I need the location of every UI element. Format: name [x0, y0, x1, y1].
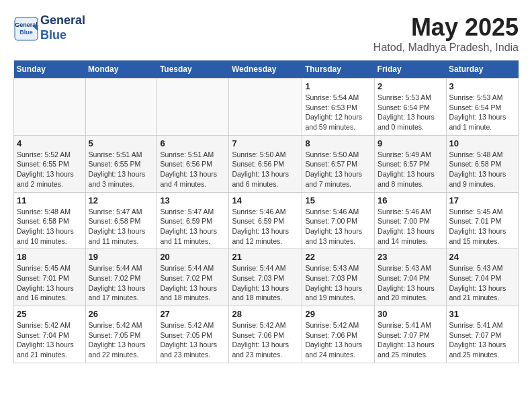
day-info: Sunrise: 5:42 AMSunset: 7:05 PMDaylight:…: [89, 320, 154, 360]
page-header: General Blue General Blue May 2025 Hatod…: [13, 13, 519, 54]
calendar-cell: 17Sunrise: 5:45 AMSunset: 7:01 PMDayligh…: [446, 192, 518, 249]
calendar-cell: 10Sunrise: 5:48 AMSunset: 6:58 PMDayligh…: [446, 135, 518, 192]
logo-icon: General Blue: [13, 16, 38, 40]
calendar-cell: 25Sunrise: 5:42 AMSunset: 7:04 PMDayligh…: [14, 306, 86, 363]
day-info: Sunrise: 5:46 AMSunset: 7:00 PMDaylight:…: [378, 207, 443, 246]
day-info: Sunrise: 5:42 AMSunset: 7:06 PMDaylight:…: [305, 320, 371, 360]
day-number: 18: [17, 252, 83, 262]
day-number: 27: [160, 309, 226, 319]
day-number: 25: [17, 309, 83, 319]
day-info: Sunrise: 5:47 AMSunset: 6:58 PMDaylight:…: [89, 207, 154, 246]
logo-wordmark: General Blue: [40, 13, 85, 42]
day-info: Sunrise: 5:48 AMSunset: 6:58 PMDaylight:…: [17, 207, 83, 246]
day-info: Sunrise: 5:49 AMSunset: 6:57 PMDaylight:…: [378, 150, 443, 189]
logo: General Blue General Blue: [13, 13, 85, 42]
day-number: 24: [449, 252, 515, 262]
day-number: 3: [449, 81, 515, 91]
day-number: 30: [378, 309, 443, 319]
day-info: Sunrise: 5:41 AMSunset: 7:07 PMDaylight:…: [449, 320, 515, 360]
day-number: 1: [305, 81, 371, 91]
day-info: Sunrise: 5:42 AMSunset: 7:06 PMDaylight:…: [232, 320, 299, 360]
day-info: Sunrise: 5:48 AMSunset: 6:58 PMDaylight:…: [449, 150, 515, 189]
day-number: 16: [378, 195, 443, 205]
day-info: Sunrise: 5:51 AMSunset: 6:55 PMDaylight:…: [89, 150, 154, 189]
day-number: 19: [89, 252, 154, 262]
weekday-header-thursday: Thursday: [302, 60, 375, 79]
day-info: Sunrise: 5:53 AMSunset: 6:54 PMDaylight:…: [449, 93, 515, 132]
day-info: Sunrise: 5:41 AMSunset: 7:07 PMDaylight:…: [378, 320, 443, 360]
weekday-header-monday: Monday: [85, 60, 157, 79]
calendar-cell: 8Sunrise: 5:50 AMSunset: 6:57 PMDaylight…: [302, 135, 375, 192]
calendar-cell: 29Sunrise: 5:42 AMSunset: 7:06 PMDayligh…: [302, 306, 375, 363]
calendar-cell: 28Sunrise: 5:42 AMSunset: 7:06 PMDayligh…: [229, 306, 302, 363]
calendar-cell: 14Sunrise: 5:46 AMSunset: 6:59 PMDayligh…: [229, 192, 302, 249]
logo-general: General: [40, 13, 85, 28]
day-info: Sunrise: 5:42 AMSunset: 7:05 PMDaylight:…: [160, 320, 226, 360]
week-row-4: 18Sunrise: 5:45 AMSunset: 7:01 PMDayligh…: [14, 249, 519, 306]
weekday-header-tuesday: Tuesday: [157, 60, 229, 79]
day-number: 17: [449, 195, 515, 205]
day-info: Sunrise: 5:46 AMSunset: 7:00 PMDaylight:…: [305, 207, 371, 246]
day-number: 29: [305, 309, 371, 319]
day-info: Sunrise: 5:45 AMSunset: 7:01 PMDaylight:…: [449, 207, 515, 246]
weekday-header-wednesday: Wednesday: [229, 60, 302, 79]
day-info: Sunrise: 5:47 AMSunset: 6:59 PMDaylight:…: [160, 207, 226, 246]
calendar-cell: 5Sunrise: 5:51 AMSunset: 6:55 PMDaylight…: [85, 135, 157, 192]
day-info: Sunrise: 5:54 AMSunset: 6:53 PMDaylight:…: [305, 93, 371, 132]
calendar-cell: 6Sunrise: 5:51 AMSunset: 6:56 PMDaylight…: [157, 135, 229, 192]
day-number: 5: [89, 138, 154, 148]
day-info: Sunrise: 5:50 AMSunset: 6:57 PMDaylight:…: [305, 150, 371, 189]
calendar-cell: 31Sunrise: 5:41 AMSunset: 7:07 PMDayligh…: [446, 306, 518, 363]
calendar-cell: 24Sunrise: 5:43 AMSunset: 7:04 PMDayligh…: [446, 249, 518, 306]
calendar-cell: 27Sunrise: 5:42 AMSunset: 7:05 PMDayligh…: [157, 306, 229, 363]
day-number: 7: [232, 138, 299, 148]
week-row-5: 25Sunrise: 5:42 AMSunset: 7:04 PMDayligh…: [14, 306, 519, 363]
day-info: Sunrise: 5:53 AMSunset: 6:54 PMDaylight:…: [378, 93, 443, 132]
calendar-cell: 16Sunrise: 5:46 AMSunset: 7:00 PMDayligh…: [375, 192, 446, 249]
day-number: 4: [17, 138, 83, 148]
day-number: 22: [305, 252, 371, 262]
calendar-cell: 13Sunrise: 5:47 AMSunset: 6:59 PMDayligh…: [157, 192, 229, 249]
day-number: 31: [449, 309, 515, 319]
calendar-table: SundayMondayTuesdayWednesdayThursdayFrid…: [13, 60, 519, 363]
day-number: 11: [17, 195, 83, 205]
day-number: 14: [232, 195, 299, 205]
day-number: 8: [305, 138, 371, 148]
location-title: Hatod, Madhya Pradesh, India: [373, 42, 519, 54]
weekday-header-row: SundayMondayTuesdayWednesdayThursdayFrid…: [14, 60, 519, 79]
day-number: 15: [305, 195, 371, 205]
day-info: Sunrise: 5:44 AMSunset: 7:02 PMDaylight:…: [160, 263, 226, 303]
day-info: Sunrise: 5:52 AMSunset: 6:55 PMDaylight:…: [17, 150, 83, 189]
day-number: 10: [449, 138, 515, 148]
calendar-cell: [229, 79, 302, 136]
calendar-cell: 1Sunrise: 5:54 AMSunset: 6:53 PMDaylight…: [302, 79, 375, 136]
day-info: Sunrise: 5:42 AMSunset: 7:04 PMDaylight:…: [17, 320, 83, 360]
day-info: Sunrise: 5:43 AMSunset: 7:04 PMDaylight:…: [449, 263, 515, 303]
day-number: 26: [89, 309, 154, 319]
day-number: 13: [160, 195, 226, 205]
calendar-cell: 20Sunrise: 5:44 AMSunset: 7:02 PMDayligh…: [157, 249, 229, 306]
week-row-1: 1Sunrise: 5:54 AMSunset: 6:53 PMDaylight…: [14, 79, 519, 136]
calendar-cell: 22Sunrise: 5:43 AMSunset: 7:03 PMDayligh…: [302, 249, 375, 306]
month-title: May 2025: [373, 13, 519, 42]
day-info: Sunrise: 5:44 AMSunset: 7:02 PMDaylight:…: [89, 263, 154, 303]
calendar-cell: 30Sunrise: 5:41 AMSunset: 7:07 PMDayligh…: [375, 306, 446, 363]
calendar-cell: 11Sunrise: 5:48 AMSunset: 6:58 PMDayligh…: [14, 192, 86, 249]
day-info: Sunrise: 5:50 AMSunset: 6:56 PMDaylight:…: [232, 150, 299, 189]
calendar-cell: 18Sunrise: 5:45 AMSunset: 7:01 PMDayligh…: [14, 249, 86, 306]
day-number: 21: [232, 252, 299, 262]
weekday-header-sunday: Sunday: [14, 60, 86, 79]
day-info: Sunrise: 5:44 AMSunset: 7:03 PMDaylight:…: [232, 263, 299, 303]
logo-blue: Blue: [40, 28, 85, 43]
day-number: 2: [378, 81, 443, 91]
calendar-cell: 21Sunrise: 5:44 AMSunset: 7:03 PMDayligh…: [229, 249, 302, 306]
week-row-2: 4Sunrise: 5:52 AMSunset: 6:55 PMDaylight…: [14, 135, 519, 192]
title-section: May 2025 Hatod, Madhya Pradesh, India: [373, 13, 519, 54]
calendar-cell: 3Sunrise: 5:53 AMSunset: 6:54 PMDaylight…: [446, 79, 518, 136]
day-number: 6: [160, 138, 226, 148]
calendar-cell: [157, 79, 229, 136]
calendar-cell: 19Sunrise: 5:44 AMSunset: 7:02 PMDayligh…: [85, 249, 157, 306]
day-number: 28: [232, 309, 299, 319]
calendar-cell: 15Sunrise: 5:46 AMSunset: 7:00 PMDayligh…: [302, 192, 375, 249]
calendar-cell: 23Sunrise: 5:43 AMSunset: 7:04 PMDayligh…: [375, 249, 446, 306]
